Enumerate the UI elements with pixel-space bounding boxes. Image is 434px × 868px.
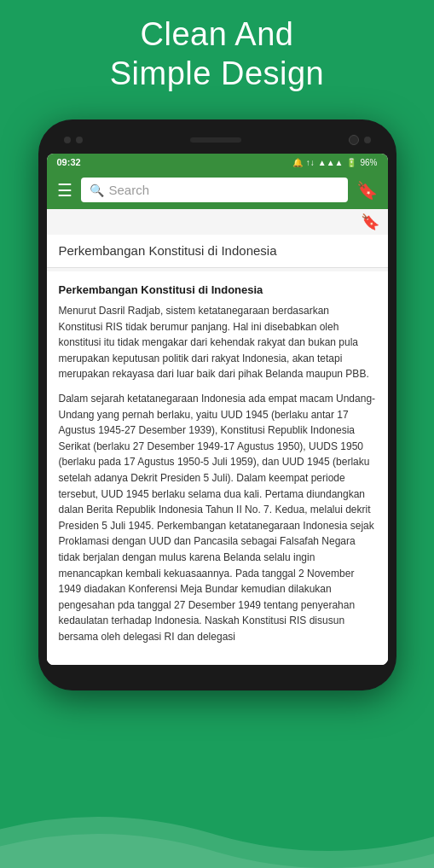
article-title-bar: Perkembangan Konstitusi di Indonesia xyxy=(47,235,388,268)
status-bar: 09:32 🔔 ↑↓ ▲▲▲ 🔋 96% xyxy=(47,154,388,171)
article-paragraph-2: Dalam sejarah ketatanegaraan Indonesia a… xyxy=(59,391,376,645)
status-data-icon: ↑↓ xyxy=(306,158,315,167)
hamburger-icon[interactable]: ☰ xyxy=(57,182,72,199)
bookmark-small-icon[interactable]: 🔖 xyxy=(361,213,379,231)
status-battery-level: 96% xyxy=(360,158,377,167)
phone-screen: 09:32 🔔 ↑↓ ▲▲▲ 🔋 96% ☰ 🔍 Search 🔖 xyxy=(47,154,388,665)
bookmark-bar: 🔖 xyxy=(47,209,388,235)
search-bar[interactable]: 🔍 Search xyxy=(81,178,348,202)
article-body-text: Menurut Dasril Radjab, sistem ketatanega… xyxy=(59,303,376,644)
decorative-bottom xyxy=(0,800,434,868)
bookmark-icon[interactable]: 🔖 xyxy=(356,180,378,201)
header-line2: Simple Design xyxy=(110,55,325,91)
phone-dot-3 xyxy=(364,137,371,143)
phone-camera-left xyxy=(64,137,83,143)
article-body: Perkembangan Konstitusi di Indonesia Men… xyxy=(47,271,388,665)
phone-camera-lens xyxy=(349,135,359,145)
app-toolbar: ☰ 🔍 Search 🔖 xyxy=(47,171,388,209)
status-signal-icon: ▲▲▲ xyxy=(318,158,344,167)
phone-top-bar xyxy=(47,135,388,154)
status-icons: 🔔 ↑↓ ▲▲▲ 🔋 96% xyxy=(292,158,378,167)
status-notification-icon: 🔔 xyxy=(292,158,303,167)
phone-mockup: 09:32 🔔 ↑↓ ▲▲▲ 🔋 96% ☰ 🔍 Search 🔖 xyxy=(38,119,396,690)
search-icon: 🔍 xyxy=(90,184,104,197)
article-body-title: Perkembangan Konstitusi di Indonesia xyxy=(59,283,376,296)
status-time: 09:32 xyxy=(57,157,81,167)
search-placeholder: Search xyxy=(109,183,150,197)
header-line1: Clean And xyxy=(141,16,294,52)
status-battery-icon: 🔋 xyxy=(346,158,356,167)
phone-dot-1 xyxy=(64,137,71,143)
content-area: 🔖 Perkembangan Konstitusi di Indonesia P… xyxy=(47,209,388,665)
phone-dot-2 xyxy=(76,137,83,143)
phone-camera-right xyxy=(349,135,371,145)
phone-speaker xyxy=(190,137,241,143)
header-title: Clean And Simple Design xyxy=(0,0,434,105)
phone-body: 09:32 🔔 ↑↓ ▲▲▲ 🔋 96% ☰ 🔍 Search 🔖 xyxy=(38,119,396,690)
article-title: Perkembangan Konstitusi di Indonesia xyxy=(59,243,277,258)
article-paragraph-1: Menurut Dasril Radjab, sistem ketatanega… xyxy=(59,303,376,382)
